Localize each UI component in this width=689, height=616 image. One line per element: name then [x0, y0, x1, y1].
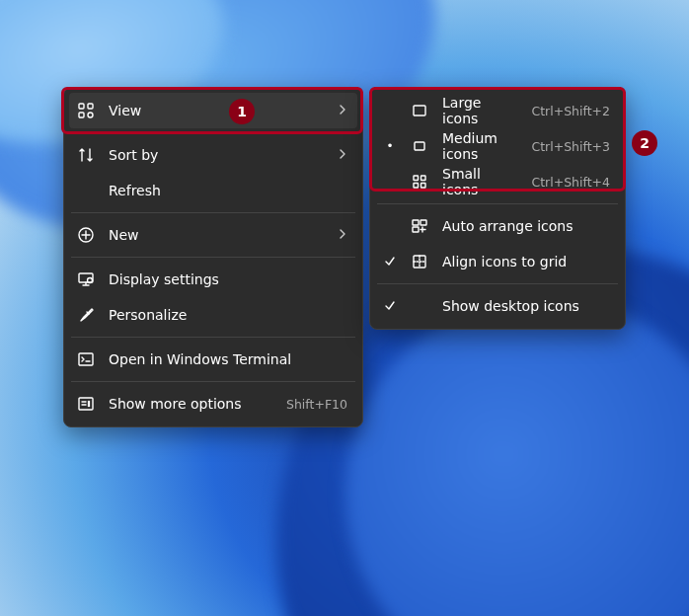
menu-item-label: Refresh: [109, 183, 347, 198]
menu-item-label: Medium icons: [442, 130, 509, 162]
menu-separator: [71, 132, 355, 133]
menu-item-label: Align icons to grid: [442, 254, 610, 270]
submenu-item-small-icons[interactable]: Small icons Ctrl+Shift+4: [375, 164, 620, 199]
menu-item-show-more-options[interactable]: Show more options Shift+F10: [69, 386, 357, 422]
menu-item-label: Large icons: [442, 95, 509, 126]
svg-rect-14: [414, 176, 419, 181]
chevron-right-icon: [338, 148, 347, 162]
svg-rect-12: [414, 106, 425, 116]
display-settings-icon: [77, 270, 95, 288]
align-grid-icon: [411, 253, 428, 270]
menu-item-shortcut: Ctrl+Shift+2: [531, 104, 610, 118]
svg-rect-18: [413, 220, 419, 225]
annotation-badge-2: 2: [632, 130, 657, 156]
svg-rect-17: [421, 184, 426, 189]
menu-item-refresh[interactable]: Refresh: [69, 173, 357, 208]
checkmark-icon: [383, 256, 397, 268]
menu-item-label: Show desktop icons: [442, 298, 610, 314]
blank-icon: [77, 182, 95, 199]
menu-item-label: Auto arrange icons: [442, 218, 610, 234]
menu-item-personalize[interactable]: Personalize: [69, 297, 357, 333]
menu-item-shortcut: Shift+F10: [286, 397, 347, 412]
svg-rect-7: [79, 353, 93, 365]
svg-rect-19: [421, 220, 426, 225]
chevron-right-icon: [338, 228, 347, 242]
submenu-item-show-desktop-icons[interactable]: Show desktop icons: [375, 288, 620, 324]
menu-separator: [71, 257, 355, 258]
svg-rect-1: [88, 104, 93, 109]
auto-arrange-icon: [411, 217, 428, 235]
menu-item-shortcut: Ctrl+Shift+4: [531, 175, 610, 190]
menu-separator: [71, 337, 355, 338]
menu-item-label: Show more options: [109, 396, 265, 412]
small-icons-icon: [411, 173, 428, 191]
menu-item-label: Small icons: [442, 166, 509, 197]
menu-item-label: New: [109, 227, 324, 243]
large-icons-icon: [411, 102, 428, 119]
svg-rect-2: [79, 113, 84, 117]
submenu-item-large-icons[interactable]: Large icons Ctrl+Shift+2: [375, 93, 620, 128]
submenu-item-align-to-grid[interactable]: Align icons to grid: [375, 244, 620, 279]
terminal-icon: [77, 350, 95, 368]
chevron-right-icon: [338, 104, 347, 117]
menu-separator: [71, 212, 355, 213]
paintbrush-icon: [77, 306, 95, 324]
svg-point-3: [88, 113, 93, 117]
svg-point-9: [88, 401, 89, 402]
menu-item-view[interactable]: View: [69, 93, 357, 128]
submenu-item-auto-arrange[interactable]: Auto arrange icons: [375, 208, 620, 244]
menu-item-label: Sort by: [109, 147, 324, 163]
menu-item-shortcut: Ctrl+Shift+3: [531, 139, 610, 154]
menu-item-label: Open in Windows Terminal: [109, 351, 347, 367]
menu-item-sort-by[interactable]: Sort by: [69, 137, 357, 173]
menu-separator: [377, 283, 618, 284]
svg-point-11: [88, 405, 89, 406]
medium-icons-icon: [411, 137, 428, 155]
svg-rect-0: [79, 104, 84, 109]
menu-item-new[interactable]: New: [69, 217, 357, 253]
menu-item-open-terminal[interactable]: Open in Windows Terminal: [69, 342, 357, 377]
menu-item-label: Display settings: [109, 271, 347, 287]
menu-separator: [377, 203, 618, 204]
view-submenu: Large icons Ctrl+Shift+2 • Medium icons …: [369, 87, 626, 330]
menu-separator: [71, 381, 355, 382]
menu-item-display-settings[interactable]: Display settings: [69, 262, 357, 297]
desktop-context-menu: View Sort by Refresh New Display sett: [63, 87, 363, 427]
svg-point-10: [88, 403, 89, 404]
menu-item-label: View: [109, 103, 324, 118]
grid-icon: [77, 102, 95, 119]
blank-icon: [411, 297, 428, 315]
svg-rect-15: [421, 176, 426, 181]
submenu-item-medium-icons[interactable]: • Medium icons Ctrl+Shift+3: [375, 128, 620, 164]
svg-rect-20: [413, 227, 419, 232]
plus-circle-icon: [77, 226, 95, 244]
bullet-indicator: •: [383, 139, 397, 153]
checkmark-icon: [383, 300, 397, 312]
more-options-icon: [77, 395, 95, 413]
svg-rect-13: [415, 142, 424, 150]
sort-icon: [77, 146, 95, 164]
svg-rect-16: [414, 184, 419, 189]
svg-rect-8: [79, 398, 93, 410]
menu-item-label: Personalize: [109, 307, 347, 323]
